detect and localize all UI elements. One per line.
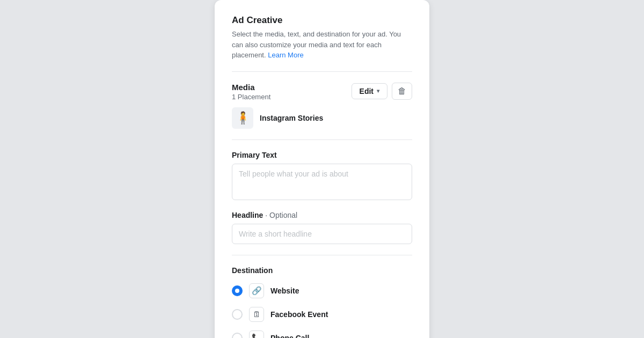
destination-option-facebook-event[interactable]: 🗓 Facebook Event — [232, 303, 412, 326]
card-header: Ad Creative Select the media, text, and … — [232, 15, 412, 61]
website-label: Website — [270, 286, 299, 295]
chevron-down-icon: ▾ — [377, 88, 379, 94]
facebook-event-icon: 🗓 — [249, 307, 264, 322]
facebook-event-label: Facebook Event — [270, 310, 328, 319]
media-section-header: Media 1 Placement Edit ▾ 🗑 — [232, 83, 412, 101]
radio-website[interactable] — [232, 285, 243, 296]
learn-more-link[interactable]: Learn More — [268, 51, 303, 59]
placement-name: Instagram Stories — [260, 114, 323, 122]
divider-2 — [232, 139, 412, 140]
placement-icon: 🧍 — [232, 107, 253, 129]
media-label: Media — [232, 83, 270, 92]
primary-text-input[interactable] — [232, 164, 412, 200]
radio-facebook-event[interactable] — [232, 309, 243, 320]
headline-label: Headline · Optional — [232, 211, 412, 219]
phone-call-icon: 📞 — [249, 330, 264, 339]
phone-call-label: Phone Call — [270, 334, 309, 339]
card-title: Ad Creative — [232, 15, 412, 26]
placement-item: 🧍 Instagram Stories — [232, 107, 412, 129]
radio-phone-call[interactable] — [232, 333, 243, 339]
ad-creative-card: Ad Creative Select the media, text, and … — [215, 0, 429, 338]
destination-option-phone-call[interactable]: 📞 Phone Call — [232, 326, 412, 339]
headline-section: Headline · Optional — [232, 211, 412, 244]
destination-option-website[interactable]: 🔗 Website — [232, 279, 412, 303]
primary-text-label: Primary Text — [232, 151, 412, 159]
divider-3 — [232, 255, 412, 255]
website-icon: 🔗 — [249, 283, 264, 298]
divider-1 — [232, 71, 412, 72]
trash-icon: 🗑 — [398, 86, 406, 96]
headline-optional: · Optional — [265, 211, 297, 219]
primary-text-section: Primary Text — [232, 151, 412, 202]
placement-count: 1 Placement — [232, 93, 270, 101]
edit-button[interactable]: Edit ▾ — [352, 83, 387, 99]
destination-label: Destination — [232, 266, 412, 275]
edit-label: Edit — [360, 87, 374, 95]
destination-section: Destination 🔗 Website 🗓 Facebook Event 📞… — [232, 266, 412, 339]
instagram-stories-icon: 🧍 — [236, 111, 250, 125]
headline-input[interactable] — [232, 224, 412, 244]
media-actions: Edit ▾ 🗑 — [352, 83, 412, 100]
delete-button[interactable]: 🗑 — [392, 83, 412, 100]
card-subtitle: Select the media, text, and destination … — [232, 29, 412, 61]
media-info: Media 1 Placement — [232, 83, 270, 101]
